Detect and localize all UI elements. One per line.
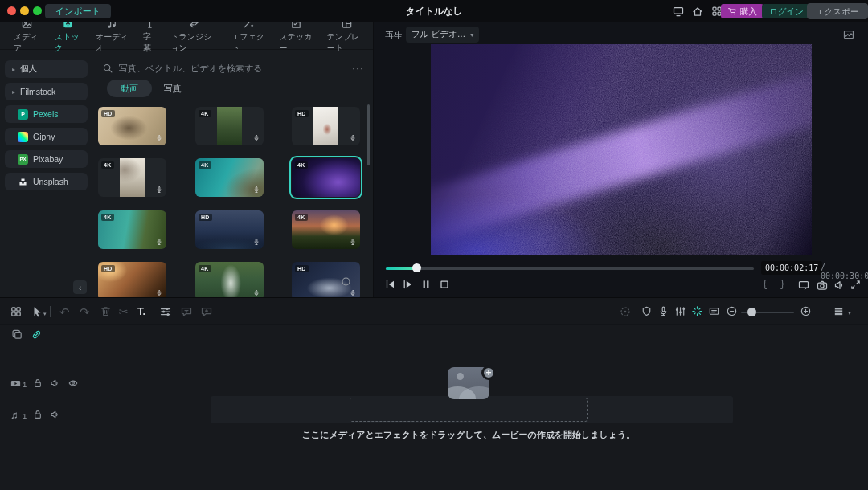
manage-tracks-icon[interactable] <box>11 329 23 341</box>
render-preview-icon[interactable] <box>619 305 632 318</box>
timeline-zoom-handle[interactable] <box>747 308 756 316</box>
search-input[interactable] <box>119 63 346 73</box>
stock-thumbnail[interactable]: HD <box>195 210 264 249</box>
sidebar-item-personal[interactable]: ▸ 個人 <box>5 60 88 78</box>
play-on-tv-icon[interactable] <box>797 279 810 292</box>
scrollbar-thumb[interactable] <box>367 104 370 165</box>
sidebar-item-pixabay[interactable]: PX Pixabay <box>5 150 88 168</box>
stock-thumbnail[interactable]: HD <box>98 262 166 297</box>
audio-lock-icon[interactable] <box>32 409 44 421</box>
total-timecode: / 00:00:30:00 <box>821 263 868 280</box>
audio-mixer-icon[interactable] <box>674 305 687 318</box>
sidebar-item-giphy[interactable]: Giphy <box>5 128 88 145</box>
stock-thumbnail[interactable]: 4K <box>98 210 166 249</box>
export-button[interactable]: エクスポート <box>807 3 868 19</box>
link-clips-icon[interactable] <box>31 329 43 341</box>
record-voiceover-icon[interactable] <box>657 305 670 318</box>
stock-thumbnail[interactable]: 4K <box>98 158 166 197</box>
stock-thumbnail[interactable]: 4K <box>195 107 264 145</box>
home-icon[interactable] <box>691 5 704 18</box>
stock-tab-photo[interactable]: 写真 <box>154 80 191 97</box>
stock-thumbnail[interactable]: 4K <box>195 262 264 297</box>
playback-quality-dropdown[interactable]: フル ビデオ… ▾ <box>406 27 479 43</box>
tab-subtitles[interactable]: 字幕 <box>136 22 163 54</box>
video-visibility-eye-icon[interactable] <box>68 378 80 390</box>
import-button[interactable]: インポート <box>45 4 111 18</box>
sidebar-item-filmstock[interactable]: ▸ Filmstock <box>5 83 88 100</box>
fullscreen-icon[interactable] <box>850 279 862 291</box>
scene-detection-icon[interactable] <box>842 28 855 41</box>
track-layout-icon[interactable] <box>833 305 845 318</box>
tab-audio[interactable]: オーディオ <box>88 22 136 54</box>
video-lock-icon[interactable] <box>32 378 44 390</box>
stock-thumbnail[interactable]: 4K <box>292 210 360 249</box>
sidebar-item-unsplash[interactable]: Unsplash <box>5 173 88 190</box>
audio-mic-icon <box>349 288 357 297</box>
pointer-tool-caret[interactable]: ▾ <box>43 311 47 317</box>
stock-thumbnail[interactable]: HD <box>98 107 166 145</box>
media-manager-icon[interactable] <box>10 305 23 318</box>
stock-thumbnail[interactable]: HD <box>292 107 360 145</box>
window-minimize-button[interactable] <box>20 6 29 15</box>
window-close-button[interactable] <box>7 6 16 15</box>
track-layout-caret[interactable]: ▾ <box>848 309 851 316</box>
media-dropzone[interactable] <box>350 398 588 422</box>
video-track-number: 1 <box>23 380 27 389</box>
tab-label: テンプレート <box>327 31 366 54</box>
audio-mute-icon[interactable] <box>49 409 61 421</box>
adjust-sliders-icon[interactable] <box>159 305 172 318</box>
audio-track-number: 1 <box>23 411 27 420</box>
marker-icon[interactable] <box>708 305 721 318</box>
buy-button[interactable]: 購入 <box>721 4 764 18</box>
resolution-badge: 4K <box>295 214 308 221</box>
tab-effects[interactable]: エフェクト <box>224 22 272 54</box>
undo-icon[interactable]: ↶ <box>59 305 72 318</box>
volume-icon[interactable] <box>833 279 845 292</box>
tab-transitions[interactable]: トランジション <box>163 22 224 54</box>
tab-templates[interactable]: テンプレート <box>320 22 374 54</box>
current-timecode: 00:00:02:17 <box>761 261 822 275</box>
seek-bar-track[interactable] <box>386 267 754 270</box>
stock-thumbnail-selected[interactable]: 4K <box>292 158 360 197</box>
play-step-forward-button[interactable] <box>402 278 416 292</box>
tab-stock[interactable]: ストック <box>47 22 88 54</box>
login-button[interactable]: ログイン <box>762 4 811 18</box>
stop-button[interactable] <box>438 278 452 292</box>
more-options-icon[interactable]: ··· <box>352 63 364 74</box>
snap-toggle-icon[interactable] <box>691 305 704 318</box>
speech-to-text-icon[interactable] <box>180 305 193 318</box>
pause-button[interactable] <box>420 278 434 292</box>
search-bar: ··· <box>92 56 374 80</box>
zoom-in-icon[interactable] <box>800 305 813 318</box>
timeline-toolbar: ▾ ↶ ↷ ✂ T. ▾ <box>0 297 868 325</box>
tab-stickers[interactable]: ステッカー <box>272 22 320 54</box>
snapshot-camera-icon[interactable] <box>816 279 829 292</box>
redo-icon[interactable]: ↷ <box>80 305 92 318</box>
giphy-logo-icon <box>18 132 28 142</box>
sidebar-item-label: Unsplash <box>33 177 68 186</box>
shield-protect-icon[interactable] <box>641 305 653 318</box>
zoom-out-icon[interactable] <box>726 305 739 318</box>
buy-button-label: 購入 <box>740 4 757 18</box>
seek-handle[interactable] <box>412 263 421 272</box>
split-scissors-icon[interactable]: ✂ <box>119 305 132 318</box>
collapse-panel-button[interactable]: ‹ <box>73 280 87 294</box>
sidebar-item-pexels[interactable]: P Pexels <box>5 105 88 123</box>
stock-tab-video[interactable]: 動画 <box>107 80 152 97</box>
media-image-icon <box>21 22 33 30</box>
mark-out-brace[interactable]: } <box>780 279 785 290</box>
info-icon[interactable] <box>341 276 351 287</box>
delete-trash-icon[interactable] <box>100 305 113 318</box>
text-to-speech-icon[interactable] <box>200 305 213 318</box>
window-zoom-button[interactable] <box>33 6 42 15</box>
pointer-tool-icon[interactable] <box>31 305 43 318</box>
previous-frame-button[interactable] <box>383 278 398 292</box>
tab-media[interactable]: メディア <box>6 22 47 54</box>
quick-text-tool[interactable]: T. <box>137 305 145 318</box>
mark-in-brace[interactable]: { <box>762 279 768 290</box>
video-mute-icon[interactable] <box>49 378 61 390</box>
stock-thumbnail[interactable]: 4K <box>195 158 264 197</box>
display-mode-icon[interactable] <box>672 5 685 18</box>
audio-mic-icon <box>349 133 357 143</box>
video-preview-canvas[interactable] <box>431 44 812 255</box>
